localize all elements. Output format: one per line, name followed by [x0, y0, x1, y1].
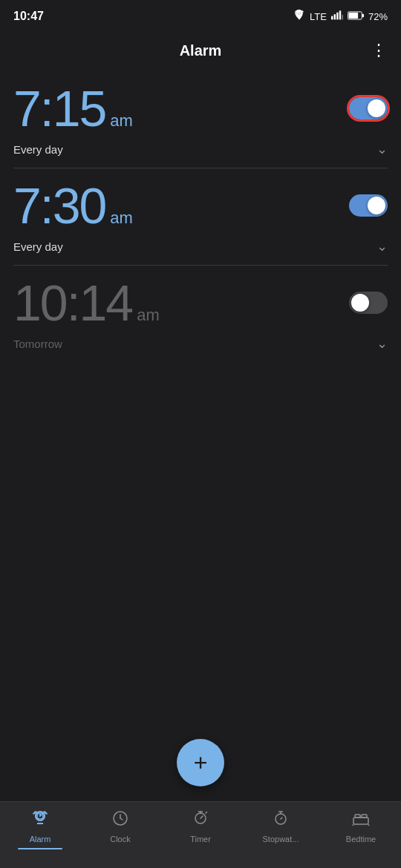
alarm-nav-icon: [31, 809, 49, 832]
svg-rect-11: [349, 13, 359, 19]
alarm-item-1: 7:15 am Every day ⌄: [13, 71, 388, 168]
svg-line-28: [368, 824, 369, 826]
alarm-3-repeat: Tomorrow: [13, 338, 62, 350]
alarm-2-ampm: am: [110, 208, 133, 228]
status-icons: LTE 72%: [293, 9, 388, 24]
alarm-list-inner: 7:15 am Every day ⌄: [0, 71, 401, 362]
alarm-2-secondary-row[interactable]: Every day ⌄: [13, 234, 388, 257]
alarm-2-main-row: 7:30 am: [13, 180, 388, 231]
svg-line-27: [353, 824, 353, 826]
fab-container: +: [0, 717, 401, 801]
bedtime-nav-label: Bedtime: [346, 835, 376, 844]
clock-nav-label: Clock: [110, 835, 131, 844]
alarm-3-toggle[interactable]: [349, 292, 388, 314]
svg-rect-8: [342, 15, 343, 19]
alarm-3-toggle-knob: [351, 294, 369, 312]
timer-nav-icon: [192, 809, 209, 832]
svg-rect-25: [355, 815, 360, 818]
nav-item-clock[interactable]: Clock: [80, 809, 160, 844]
bedtime-nav-icon: [352, 809, 370, 832]
alarm-status-icon: [293, 9, 305, 24]
nav-item-bedtime[interactable]: Bedtime: [321, 809, 401, 844]
alarm-1-ampm: am: [110, 111, 133, 131]
add-icon: +: [194, 751, 208, 775]
alarm-nav-label: Alarm: [30, 835, 51, 844]
nav-item-timer[interactable]: Timer: [160, 809, 241, 844]
clock-nav-icon: [111, 809, 129, 832]
alarm-2-repeat: Every day: [13, 240, 63, 253]
alarm-2-toggle[interactable]: [349, 194, 388, 217]
nav-item-stopwatch[interactable]: Stopwat...: [241, 809, 321, 844]
more-options-button[interactable]: ⋮: [371, 41, 388, 60]
alarm-3-digits: 10:14: [13, 277, 132, 328]
alarm-3-toggle-wrapper[interactable]: [349, 292, 388, 314]
battery-icon: [348, 10, 364, 23]
svg-rect-5: [334, 14, 336, 19]
svg-rect-10: [362, 14, 364, 18]
alarm-1-toggle-knob: [368, 99, 385, 117]
alarm-2-toggle-wrapper[interactable]: [349, 194, 388, 217]
timer-nav-label: Timer: [190, 835, 211, 844]
alarm-nav-indicator: [18, 848, 62, 849]
alarm-3-main-row: 10:14 am: [13, 277, 388, 328]
svg-rect-4: [331, 16, 333, 20]
alarm-list: 7:15 am Every day ⌄: [0, 71, 401, 717]
alarm-item-3: 10:14 am Tomorrow ⌄: [13, 266, 388, 362]
status-bar: 10:47 LTE: [0, 0, 401, 30]
alarm-1-secondary-row[interactable]: Every day ⌄: [13, 137, 388, 160]
svg-line-23: [281, 818, 282, 819]
signal-icon: [331, 10, 343, 23]
stopwatch-nav-label: Stopwat...: [263, 835, 299, 844]
svg-line-19: [200, 816, 203, 818]
page-title: Alarm: [180, 42, 222, 59]
alarm-1-time[interactable]: 7:15 am: [13, 83, 133, 134]
alarm-1-repeat: Every day: [13, 143, 63, 156]
status-time: 10:47: [13, 10, 44, 23]
alarm-3-secondary-row[interactable]: Tomorrow ⌄: [13, 331, 388, 355]
alarm-2-digits: 7:30: [13, 180, 105, 231]
alarm-2-chevron-icon: ⌄: [376, 238, 388, 254]
alarm-1-chevron-icon: ⌄: [376, 141, 388, 157]
alarm-item-2: 7:30 am Every day ⌄: [13, 168, 388, 266]
stopwatch-nav-icon: [272, 809, 290, 832]
alarm-3-time[interactable]: 10:14 am: [13, 277, 160, 328]
add-alarm-button[interactable]: +: [177, 739, 224, 786]
battery-percentage: 72%: [368, 11, 388, 22]
svg-line-18: [120, 818, 123, 820]
lte-indicator: LTE: [310, 11, 327, 22]
alarm-1-main-row: 7:15 am: [13, 83, 388, 134]
alarm-1-digits: 7:15: [13, 83, 105, 134]
app-bar: Alarm ⋮: [0, 30, 401, 71]
alarm-1-toggle-wrapper[interactable]: [349, 97, 388, 119]
svg-rect-24: [353, 818, 368, 824]
alarm-3-chevron-icon: ⌄: [376, 335, 388, 352]
alarm-2-time[interactable]: 7:30 am: [13, 180, 133, 231]
svg-rect-26: [362, 815, 367, 818]
svg-rect-6: [336, 13, 338, 20]
svg-rect-7: [339, 10, 341, 19]
alarm-2-toggle-knob: [368, 197, 385, 214]
alarm-1-toggle[interactable]: [349, 97, 388, 119]
bottom-navigation: Alarm Clock Timer: [0, 801, 401, 868]
alarm-3-ampm: am: [137, 306, 160, 325]
nav-item-alarm[interactable]: Alarm: [0, 809, 80, 849]
